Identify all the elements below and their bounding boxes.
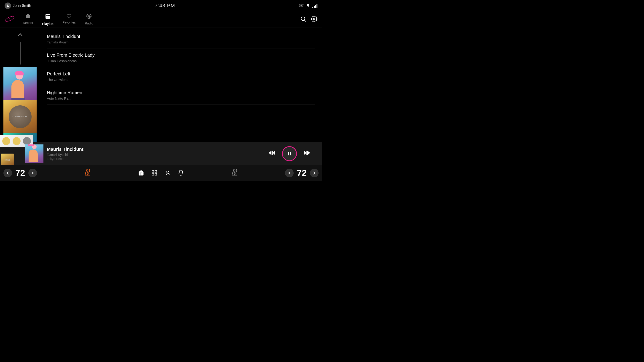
user-avatar xyxy=(4,2,11,9)
tab-radio[interactable]: Radio xyxy=(85,13,93,25)
recent-label: Recent xyxy=(23,21,33,25)
svg-text:♪: ♪ xyxy=(8,16,10,20)
svg-rect-16 xyxy=(272,151,272,155)
svg-marker-22 xyxy=(307,151,310,155)
svg-point-28 xyxy=(167,172,168,173)
playlist-item-3[interactable]: Perfect Left The Growlers xyxy=(47,67,315,86)
now-playing-info: Mauris Tincidunt Tamaki Ryushi Tokyo Seo… xyxy=(47,147,265,161)
temperature: 68° xyxy=(299,4,304,8)
right-next-button[interactable] xyxy=(310,169,318,177)
scroll-up-button[interactable] xyxy=(16,30,25,39)
left-heat-icon[interactable] xyxy=(84,168,91,178)
svg-rect-26 xyxy=(152,173,154,175)
settings-button[interactable] xyxy=(311,16,318,23)
svg-rect-27 xyxy=(155,173,157,175)
playlist-icon xyxy=(44,13,51,21)
now-playing-artist: Tamaki Ryushi xyxy=(47,153,265,157)
song-title-4: Nighttime Ramen xyxy=(47,90,315,95)
now-playing-thumbnail xyxy=(25,144,44,163)
bluetooth-icon xyxy=(306,3,310,9)
radio-icon xyxy=(86,13,92,20)
playlist-label: Playlist xyxy=(42,22,53,25)
svg-rect-19 xyxy=(290,152,291,155)
scroll-bar xyxy=(20,42,20,65)
left-next-button[interactable] xyxy=(28,169,37,177)
right-temp-group: 72 xyxy=(285,168,318,178)
svg-marker-17 xyxy=(273,151,275,155)
svg-point-0 xyxy=(7,4,8,6)
nav-tabs: Recent Playlist ♡ Favorites xyxy=(23,13,300,25)
svg-point-12 xyxy=(301,17,305,20)
center-icons xyxy=(138,170,184,177)
signal-icon xyxy=(312,4,318,8)
status-right: 68° xyxy=(299,3,318,9)
right-heat-icon[interactable] xyxy=(231,168,238,178)
playlist-item-4[interactable]: Nighttime Ramen Auto Natto Ra... xyxy=(47,86,315,105)
search-button[interactable] xyxy=(300,16,306,23)
song-title-3: Perfect Left xyxy=(47,71,315,76)
fan-button[interactable] xyxy=(164,170,171,177)
recent-icon xyxy=(25,13,31,20)
song-artist-2: Julian Casablancas xyxy=(47,59,315,63)
status-left: John Smith xyxy=(4,2,31,9)
svg-point-9 xyxy=(88,15,90,17)
song-title-2: Live From Electric Lady xyxy=(47,52,315,58)
app-logo: ♪ xyxy=(4,14,16,25)
svg-point-14 xyxy=(314,18,315,20)
left-temperature: 72 xyxy=(14,168,26,178)
now-playing-bar: LOREMIPSUM. Mauris Tincidunt Tamaki Ryus… xyxy=(0,142,322,165)
status-bar: John Smith 7:43 PM 68° xyxy=(0,0,322,11)
tab-playlist[interactable]: Playlist xyxy=(42,13,53,25)
grid-button[interactable] xyxy=(151,170,158,177)
play-pause-button[interactable] xyxy=(282,146,297,161)
system-bar: 72 xyxy=(0,165,322,181)
svg-rect-21 xyxy=(306,151,307,155)
album-circle-art: LOREM IPSUM. xyxy=(9,105,32,128)
svg-point-10 xyxy=(88,15,90,17)
album-thumb-1[interactable] xyxy=(4,67,36,100)
radio-label: Radio xyxy=(85,21,93,25)
favorites-icon: ♡ xyxy=(66,13,72,20)
now-playing-title: Mauris Tincidunt xyxy=(47,147,265,152)
svg-rect-5 xyxy=(46,15,48,16)
favorites-label: Favorites xyxy=(62,20,76,24)
left-temp-group: 72 xyxy=(4,168,37,178)
svg-line-13 xyxy=(304,20,306,21)
notification-button[interactable] xyxy=(178,170,184,177)
nav-actions xyxy=(300,16,318,23)
song-artist-4: Auto Natto Ra... xyxy=(47,96,315,100)
left-prev-button[interactable] xyxy=(4,169,12,177)
now-playing-extra: Tokyo Seoul xyxy=(47,157,265,161)
svg-rect-25 xyxy=(155,170,157,172)
previous-button[interactable] xyxy=(268,150,275,157)
song-title-1: Mauris Tincidunt xyxy=(47,34,315,39)
player-controls xyxy=(268,146,310,161)
svg-rect-24 xyxy=(152,170,154,172)
right-prev-button[interactable] xyxy=(285,169,294,177)
nav-bar: ♪ Recent xyxy=(0,11,322,27)
next-button[interactable] xyxy=(304,150,310,157)
user-name: John Smith xyxy=(13,4,31,8)
tab-recent[interactable]: Recent xyxy=(23,13,33,25)
tab-favorites[interactable]: ♡ Favorites xyxy=(62,13,76,25)
playlist-item-2[interactable]: Live From Electric Lady Julian Casablanc… xyxy=(47,48,315,67)
album-thumb-2[interactable]: LOREM IPSUM. xyxy=(4,100,36,133)
right-temperature: 72 xyxy=(296,168,308,178)
status-time: 7:43 PM xyxy=(154,3,175,9)
svg-marker-20 xyxy=(304,151,306,155)
svg-marker-15 xyxy=(269,151,272,155)
home-button[interactable] xyxy=(138,170,144,177)
playlist-item-1[interactable]: Mauris Tincidunt Tamaki Ryushi xyxy=(47,30,315,48)
svg-rect-18 xyxy=(288,152,289,155)
song-artist-3: The Growlers xyxy=(47,78,315,82)
song-artist-1: Tamaki Ryushi xyxy=(47,40,315,44)
